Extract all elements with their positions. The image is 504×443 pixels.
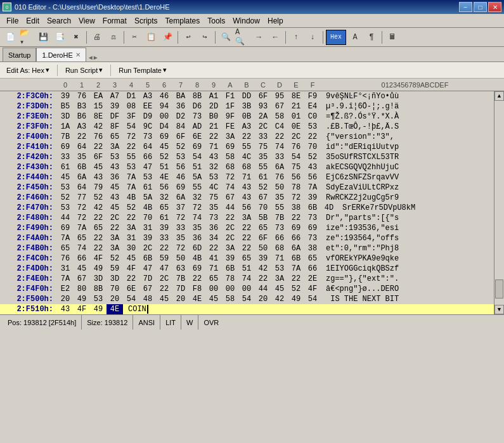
hex-cell[interactable]: 52	[156, 152, 172, 162]
hex-cell[interactable]: 00	[238, 284, 255, 294]
hex-cell[interactable]: 72	[74, 203, 90, 213]
hex-cell[interactable]: 69	[172, 183, 189, 193]
hex-cell[interactable]: 46	[172, 172, 189, 183]
hex-cell[interactable]: 4F	[304, 284, 321, 294]
hex-cell[interactable]: B3	[74, 101, 90, 112]
save-button[interactable]: 💾	[36, 30, 51, 45]
hex-cell[interactable]: 43	[107, 193, 123, 203]
hex-cell[interactable]: 22	[90, 243, 107, 254]
hex-cell[interactable]: 8E	[288, 91, 304, 101]
hex-cell[interactable]: 44	[222, 203, 238, 213]
table-row[interactable]: 2:F4E0h:7A673D3D227D2C7B22657874223A222E…	[0, 274, 494, 284]
hex-cell[interactable]: 72	[172, 243, 189, 254]
hex-cell[interactable]: 65	[238, 254, 255, 264]
ascii-toggle[interactable]: A	[347, 30, 363, 45]
hex-cell[interactable]: 67	[139, 284, 156, 294]
run-template-dropdown[interactable]: Run Template ▾	[116, 65, 169, 75]
hex-cell[interactable]: FE	[222, 122, 238, 132]
hex-cell[interactable]: 56	[156, 183, 172, 193]
hex-cell[interactable]: 7D	[139, 274, 156, 284]
hex-cell[interactable]: 22	[238, 132, 255, 142]
hex-cell[interactable]: 2C	[107, 213, 123, 223]
hex-cell[interactable]: 7D	[172, 284, 189, 294]
hex-cell[interactable]: 47	[139, 264, 156, 274]
hex-cell[interactable]: 55	[271, 203, 288, 213]
hex-cell[interactable]: 3A	[107, 233, 123, 243]
hex-cell[interactable]: 35	[74, 152, 90, 162]
hex-cell[interactable]: 43	[57, 304, 74, 314]
hex-cell[interactable]: 42	[271, 294, 288, 304]
hex-cell[interactable]: 58	[222, 294, 238, 304]
hex-cell[interactable]: 6B	[139, 254, 156, 264]
hex-cell[interactable]: 47	[139, 162, 156, 172]
hex-cell[interactable]: 42	[90, 122, 107, 132]
table-row[interactable]: 2:F510h:434F494ECOIN	[0, 304, 494, 314]
hex-cell[interactable]: 4F	[74, 304, 90, 314]
hex-cell[interactable]: 74	[222, 183, 238, 193]
import-button[interactable]: ↑	[288, 30, 304, 45]
save-all-button[interactable]: 📑	[52, 30, 67, 45]
hex-cell[interactable]: 61	[139, 183, 156, 193]
hex-cell[interactable]: 64	[139, 142, 156, 152]
hex-cell[interactable]: F8	[189, 284, 205, 294]
close-button[interactable]: ✕	[488, 2, 501, 12]
hex-cell[interactable]: B5	[57, 101, 74, 112]
export-button[interactable]: ↓	[305, 30, 320, 45]
hex-cell[interactable]: 53	[90, 294, 107, 304]
hex-cell[interactable]: A3	[74, 122, 90, 132]
hex-cell[interactable]: 44	[255, 284, 271, 294]
hex-cell[interactable]: 56	[238, 203, 255, 213]
hex-cell[interactable]: 4F	[90, 254, 107, 264]
hex-cell[interactable]: 55	[123, 152, 139, 162]
hex-cell[interactable]: D2	[172, 112, 189, 122]
hex-cell[interactable]: 7A	[57, 233, 74, 243]
hex-cell[interactable]: B6	[74, 112, 90, 122]
hex-cell[interactable]: 53	[107, 152, 123, 162]
hex-cell[interactable]: 8B	[90, 284, 107, 294]
hex-cell[interactable]: 3A	[271, 274, 288, 284]
table-row[interactable]: 2:F3F0h:1AA3428F549CD484AD21FEA32CC40E53…	[0, 122, 494, 132]
tab-close-icon[interactable]: ✕	[75, 51, 81, 58]
hex-cell[interactable]: 72	[288, 193, 304, 203]
hex-cell[interactable]: A7	[107, 91, 123, 101]
hex-cell[interactable]: 59	[107, 264, 123, 274]
hex-cell[interactable]: 66	[288, 233, 304, 243]
table-row[interactable]: 2:F4A0h:7A65223A3139333536342C226F666673…	[0, 233, 494, 243]
hex-cell[interactable]: 22	[304, 132, 321, 142]
hex-cell[interactable]: 71	[238, 172, 255, 183]
hex-cell[interactable]: 3A	[222, 243, 238, 254]
hex-cell[interactable]: 7A	[123, 183, 139, 193]
hex-cell[interactable]: 54	[288, 152, 304, 162]
hex-cell[interactable]: 65	[205, 274, 222, 284]
hex-cell[interactable]: 30	[123, 243, 139, 254]
hex-cell[interactable]: 8B	[189, 91, 205, 101]
hex-cell[interactable]: 7A	[288, 264, 304, 274]
hex-cell[interactable]: 48	[139, 294, 156, 304]
minimize-button[interactable]: −	[459, 2, 472, 12]
hex-cell[interactable]: 56	[172, 162, 189, 172]
hex-cell[interactable]: 35	[205, 203, 222, 213]
hex-cell[interactable]: 71	[205, 142, 222, 152]
hex-cell[interactable]: 69	[189, 264, 205, 274]
menu-search[interactable]: Search	[43, 15, 75, 27]
hex-cell[interactable]: 4E	[189, 294, 205, 304]
hex-cell[interactable]: 43	[107, 162, 123, 172]
hex-cell[interactable]: 65	[107, 132, 123, 142]
hex-cell[interactable]: 63	[172, 264, 189, 274]
hex-cell[interactable]: 15	[90, 101, 107, 112]
hex-cell[interactable]: 3A	[123, 223, 139, 233]
hex-cell[interactable]: 51	[189, 162, 205, 172]
hex-cell[interactable]: 70	[139, 213, 156, 223]
hex-cell[interactable]: 22	[156, 284, 172, 294]
hex-cell[interactable]: 20	[255, 294, 271, 304]
hex-cell[interactable]: 21	[205, 122, 222, 132]
hex-cell[interactable]: 53	[57, 183, 74, 193]
hex-cell[interactable]: E4	[304, 101, 321, 112]
hex-cell[interactable]: 39	[156, 223, 172, 233]
hex-cell[interactable]: 49	[74, 294, 90, 304]
hex-cell[interactable]: 49	[90, 264, 107, 274]
hex-cell[interactable]: 6E	[123, 284, 139, 294]
hex-cell[interactable]: 70	[107, 284, 123, 294]
hex-cell[interactable]: 00	[156, 112, 172, 122]
hex-cell[interactable]: 1A	[57, 122, 74, 132]
